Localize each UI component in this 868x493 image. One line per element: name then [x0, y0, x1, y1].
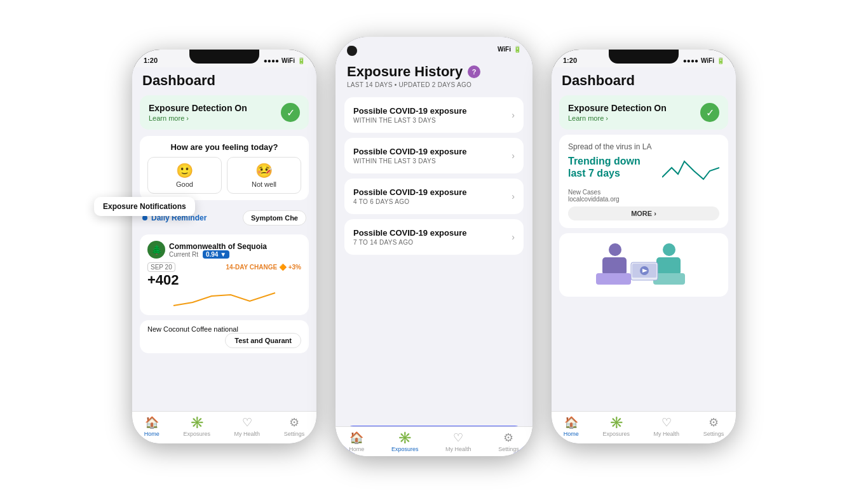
eh-header: Exposure History ? LAST 14 DAYS • UPDATE… [336, 57, 532, 92]
learn-more-link-3[interactable]: Learn more › [568, 114, 667, 122]
exp-sub-1: WITHIN THE LAST 3 DAYS [353, 117, 466, 124]
good-label-1: Good [152, 180, 217, 188]
spread-title-3: Spread of the virus in LA [568, 142, 719, 151]
cw-name-1: Commonwealth of Sequoia [169, 242, 267, 251]
health-icon-1: ♡ [242, 415, 252, 429]
nav-health-1[interactable]: ♡ My Health [234, 415, 261, 437]
feeling-section-1: How are you feeling today? 🙂 Good 🤒 Not … [140, 136, 309, 200]
exp-sub-4: 7 TO 14 DAYS AGO [353, 239, 466, 246]
svg-rect-2 [596, 273, 631, 285]
checkmark-icon-1: ✓ [281, 103, 300, 122]
svg-rect-1 [602, 257, 627, 275]
info-badge[interactable]: ? [468, 65, 480, 78]
notch-3 [609, 50, 679, 64]
feeling-question-1: How are you feeling today? [147, 142, 301, 152]
cases-num-1: +402 [147, 272, 301, 288]
svg-point-3 [663, 243, 675, 256]
phone-3: 1:20 ●●●● WiFi 🔋 Dashboard Exposure Dete… [552, 50, 736, 443]
exp-title-3: Possible COVID-19 exposure [353, 187, 466, 197]
exposures-icon-1: ✳️ [190, 415, 204, 429]
phone-1: 1:20 ●●●● WiFi 🔋 Dashboard Exposure Dete… [132, 50, 316, 443]
health-icon-3: ♡ [661, 415, 672, 429]
bottom-nav-1: 🏠 Home ✳️ Exposures ♡ My Health ⚙ Settin… [132, 411, 316, 443]
exposure-card-title-3: Exposure Detection On [568, 103, 667, 113]
good-emoji-1: 🙂 [152, 163, 217, 179]
change-label-1: 14-DAY CHANGE 🔶 +3% [226, 264, 301, 271]
exposure-item-3[interactable]: Possible COVID-19 exposure 4 TO 6 DAYS A… [344, 179, 524, 214]
tree-icon-1: 🌲 [147, 241, 165, 259]
source-label-3: localcoviddata.org [568, 196, 620, 203]
camera-dot-2 [347, 46, 357, 56]
exposure-item-2[interactable]: Possible COVID-19 exposure WITHIN THE LA… [344, 138, 524, 173]
illustration-card-3 [559, 233, 728, 297]
bottom-nav-3: 🏠 Home ✳️ Exposures ♡ My Health ⚙ Settin… [552, 411, 736, 443]
exp-title-4: Possible COVID-19 exposure [353, 228, 466, 238]
nav-exposures-3[interactable]: ✳️ Exposures [602, 415, 630, 437]
exposure-detection-card-3[interactable]: Exposure Detection On Learn more › ✓ [559, 95, 728, 130]
health-icon-2: ♡ [453, 431, 463, 445]
more-btn-3[interactable]: MORE › [568, 206, 719, 220]
nav-exposures-2[interactable]: ✳️ Exposures [391, 431, 419, 452]
svg-point-0 [609, 243, 621, 256]
chevron-icon-1: › [512, 110, 515, 120]
time-1: 1:20 [144, 57, 158, 64]
people-illustration [580, 238, 707, 292]
rt-badge-1: 0.94 ▼ [203, 250, 229, 259]
settings-icon-1: ⚙ [289, 415, 299, 429]
exposures-icon-3: ✳️ [609, 415, 623, 429]
exp-sub-3: 4 TO 6 DAYS AGO [353, 198, 466, 205]
dashboard-1: Dashboard Exposure Detection On Learn mo… [132, 67, 316, 443]
commonwealth-card-1: 🌲 Commonwealth of Sequoia Current Rt 0.9… [140, 234, 309, 315]
chevron-icon-2: › [512, 151, 515, 161]
sparkline-1 [147, 290, 301, 309]
settings-icon-3: ⚙ [709, 415, 719, 429]
home-icon-3: 🏠 [564, 415, 578, 429]
trend-chart-3 [662, 155, 719, 184]
notch-1 [189, 50, 259, 64]
home-icon-2: 🏠 [349, 431, 363, 445]
nav-settings-2[interactable]: ⚙ Settings [498, 431, 519, 452]
chevron-icon-4: › [512, 232, 515, 242]
exposure-item-4[interactable]: Possible COVID-19 exposure 7 TO 14 DAYS … [344, 219, 524, 255]
symptom-checker-btn-1[interactable]: Symptom Che [243, 210, 306, 226]
good-button-1[interactable]: 🙂 Good [147, 157, 222, 194]
nav-home-3[interactable]: 🏠 Home [564, 415, 579, 437]
nav-home-1[interactable]: 🏠 Home [144, 415, 159, 437]
learn-more-link-1[interactable]: Learn more › [149, 114, 247, 122]
trending-text-3: Trending down last 7 days [568, 155, 641, 179]
notwell-label-1: Not well [231, 180, 297, 188]
exposure-detection-card-1[interactable]: Exposure Detection On Learn more › ✓ [140, 95, 309, 130]
status-icons-1: ●●●● WiFi 🔋 [264, 57, 305, 64]
page-title-3: Dashboard [552, 67, 736, 93]
nav-exposures-1[interactable]: ✳️ Exposures [183, 415, 210, 437]
exposure-item-1[interactable]: Possible COVID-19 exposure WITHIN THE LA… [344, 97, 524, 133]
new-cases-label-3: New Cases [568, 189, 620, 196]
checkmark-icon-3: ✓ [700, 103, 719, 122]
exposure-list: Possible COVID-19 exposure WITHIN THE LA… [336, 92, 532, 421]
nav-settings-1[interactable]: ⚙ Settings [284, 415, 305, 437]
notwell-button-1[interactable]: 🤒 Not well [227, 157, 301, 194]
exp-title-1: Possible COVID-19 exposure [353, 106, 466, 116]
chevron-icon-3: › [512, 191, 515, 201]
exposure-notifications-tooltip: Exposure Notifications [94, 197, 195, 216]
exp-sub-2: WITHIN THE LAST 3 DAYS [353, 158, 466, 165]
exp-title-2: Possible COVID-19 exposure [353, 147, 466, 156]
test-btn-1[interactable]: Test and Quarant [225, 333, 301, 348]
dashboard-3: Dashboard Exposure Detection On Learn mo… [552, 67, 736, 443]
svg-rect-4 [656, 257, 681, 275]
news-card-1: New Coconut Coffee national Test and Qua… [140, 320, 309, 353]
nav-health-3[interactable]: ♡ My Health [654, 415, 680, 437]
nav-home-2[interactable]: 🏠 Home [349, 431, 364, 452]
reminder-dot-1 [142, 215, 147, 220]
home-icon-1: 🏠 [145, 415, 159, 429]
nav-health-2[interactable]: ♡ My Health [445, 431, 471, 452]
eh-subtitle: LAST 14 DAYS • UPDATED 2 DAYS AGO [347, 81, 521, 88]
emoji-row-1: 🙂 Good 🤒 Not well [147, 157, 301, 194]
nav-settings-3[interactable]: ⚙ Settings [703, 415, 724, 437]
spread-card-3: Spread of the virus in LA Trending down … [559, 135, 728, 228]
settings-icon-2: ⚙ [503, 431, 513, 445]
page-title-1: Dashboard [132, 67, 316, 93]
exposure-history-screen: Exposure History ? LAST 14 DAYS • UPDATE… [336, 57, 532, 456]
exposure-card-title-1: Exposure Detection On [149, 103, 247, 113]
cw-sub-1: Current Rt [169, 251, 198, 258]
